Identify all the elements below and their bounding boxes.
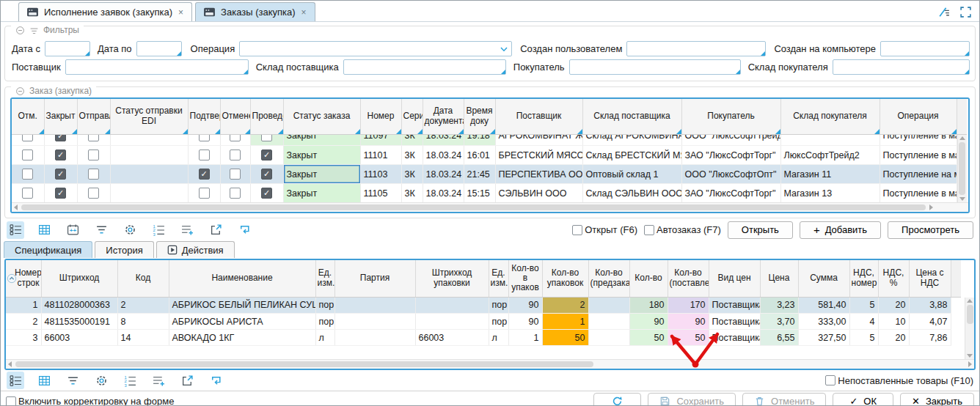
order-series-cell[interactable]: 3К [401,184,423,203]
barcode-cell[interactable]: 4811535000191 [41,314,117,330]
numbered-list-icon[interactable] [121,372,139,389]
order-status-cell[interactable]: Закрыт [283,165,360,184]
edi-status-cell[interactable] [110,135,188,146]
vat-number-cell[interactable]: 5 [849,298,878,314]
operation-cell[interactable]: Поступление в магази [880,184,957,203]
order-number-cell[interactable]: 11105 [360,184,401,203]
scroll-thumb[interactable] [959,142,965,196]
closed-checkbox[interactable]: ✓ [55,169,66,180]
posted-checkbox[interactable]: ✓ [261,169,272,180]
operation-cell[interactable]: Поступление на магаз [880,165,957,184]
col-vat-number[interactable]: НДС, номер [849,260,878,297]
edit-list-icon[interactable] [938,6,951,18]
tab-close-icon[interactable]: × [301,7,307,18]
row-number-cell[interactable]: 1 [6,298,41,314]
buyer-cell[interactable]: ООО "ЛюксСофтТрейд" [681,135,780,146]
col-pack-unit[interactable]: Ед. изм. [489,260,508,297]
closed-checkbox[interactable]: ✓ [55,135,66,141]
spec-row[interactable]: 1 4811028000363 2 АБРИКОС БЕЛЫЙ ПЕЛИКАН … [6,298,951,314]
tab-specification[interactable]: Спецификация [4,241,92,258]
supplier-wh-cell[interactable]: Склад БРЕСТСКИЙ МЯС [582,146,681,165]
view-button[interactable]: Просмотреть [888,221,973,239]
filter-icon[interactable] [92,221,110,239]
reload-icon[interactable] [207,372,224,389]
order-status-cell[interactable]: Закрыт [283,146,360,165]
col-closed[interactable]: Закрыт [44,99,77,134]
col-doc-date[interactable]: Дата документа [423,99,464,134]
collapse-icon[interactable] [15,86,25,96]
col-canceled[interactable]: Отменен [220,99,250,134]
order-date-cell[interactable]: 18.03.24 [423,165,464,184]
col-number[interactable]: Номер [360,99,401,134]
name-cell[interactable]: АБРИКОС БЕЛЫЙ ПЕЛИКАН СУШЕН [169,298,315,314]
order-series-cell[interactable]: 3К [401,146,423,165]
canceled-checkbox[interactable] [230,188,241,199]
preorder-cell[interactable] [588,298,629,314]
col-price-type[interactable]: Вид цен [709,260,760,297]
add-button[interactable]: +Добавить [800,221,881,239]
order-row[interactable]: ✓ ✓ Закрыт 11101 3К 18.03.24 [12,146,957,165]
order-time-cell[interactable]: 19:18 [464,135,495,146]
qty-cell[interactable]: 90 [629,314,668,330]
vat-percent-cell[interactable]: 10 [878,314,909,330]
spec-vertical-scrollbar[interactable] [965,298,974,360]
col-otm[interactable]: Отм. [12,99,44,134]
batch-cell[interactable] [334,298,415,314]
unit-cell[interactable]: пор [315,298,334,314]
vat-percent-cell[interactable]: 20 [878,330,909,346]
price-cell[interactable]: 3,23 [760,298,798,314]
posted-checkbox[interactable]: ✓ [261,150,272,160]
buyer-cell[interactable]: ЗАО "ЛюксСофтТорг" [681,146,780,165]
scroll-thumb[interactable] [967,305,973,324]
packs-cell[interactable]: 1 [542,314,588,330]
numbered-list-icon[interactable] [150,221,167,239]
delivered-cell[interactable]: 90 [668,314,709,330]
col-buyer[interactable]: Покупатель [681,99,780,134]
col-barcode[interactable]: Штрихкод [41,260,117,297]
qty-per-pack-cell[interactable]: 1 [508,330,542,346]
date-to-input[interactable] [136,41,182,56]
batch-cell[interactable] [334,330,415,346]
date-from-input[interactable] [45,41,90,56]
unit-cell[interactable]: л [315,330,334,346]
checkbox-icon[interactable] [644,225,654,235]
canceled-checkbox[interactable] [230,150,241,160]
created-on-input[interactable] [880,41,970,56]
col-posted[interactable]: Проведен [250,99,283,134]
col-edi-status[interactable]: Статус отправки EDI [110,99,188,134]
packs-cell[interactable]: 2 [542,298,588,314]
name-cell[interactable]: АБРИКОСЫ АРИСТА [169,314,315,330]
spec-row[interactable]: 2 4811535000191 8 АБРИКОСЫ АРИСТА пор по… [6,314,951,330]
buyer-wh-cell[interactable]: Магазин 11 [780,165,880,184]
checkbox-icon[interactable] [572,225,582,235]
col-preorder[interactable]: Кол-во (предзаказ) [588,260,629,297]
confirmed-checkbox[interactable] [199,135,210,141]
reload-icon[interactable] [235,221,253,239]
unit-cell[interactable]: пор [315,314,334,330]
sort-ascending-icon[interactable] [7,273,17,284]
col-supplier-wh[interactable]: Склад поставщика [582,99,681,134]
order-number-cell[interactable]: 11101 [360,146,401,165]
order-status-cell[interactable]: Закрыт [283,135,360,146]
col-pack-barcode[interactable]: Штрихкод упаковки [415,260,489,297]
scroll-up-arrow[interactable] [967,299,973,303]
scroll-down-arrow[interactable] [959,197,965,201]
price-type-cell[interactable]: Поставщика [709,330,760,346]
edi-status-cell[interactable] [110,146,188,165]
price-type-cell[interactable]: Поставщика [709,314,760,330]
tab-actions[interactable]: Действия [156,241,235,258]
operation-select[interactable] [239,41,512,56]
preorder-cell[interactable] [588,314,629,330]
autoorder-f7-checkbox[interactable]: Автозаказ (F7) [644,224,721,235]
order-series-cell[interactable]: 3К [401,135,423,146]
preorder-cell[interactable] [588,330,629,346]
pack-barcode-cell[interactable]: 66003 [415,330,489,346]
sent-checkbox[interactable] [88,135,99,141]
settings-gear-icon[interactable] [92,372,110,389]
pack-barcode-cell[interactable] [415,298,489,314]
supplier-warehouse-input[interactable] [343,59,506,75]
sum-cell[interactable]: 327,50 [798,330,849,346]
operation-cell[interactable]: Поступление в магази [880,146,957,165]
created-by-input[interactable] [626,41,766,56]
pack-barcode-cell[interactable] [415,314,489,330]
